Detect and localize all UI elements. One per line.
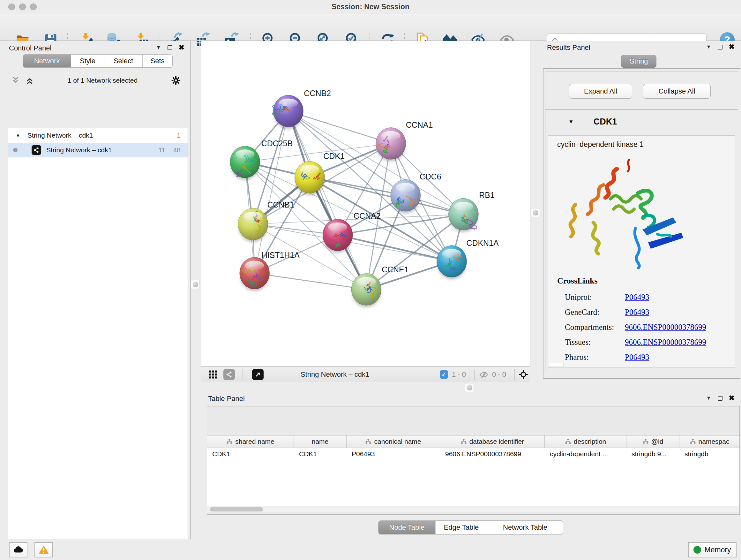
results-hscrollbar-thumb[interactable] — [549, 363, 563, 367]
grid-view-icon[interactable] — [208, 369, 218, 380]
expand-all-button[interactable]: Expand All — [569, 84, 632, 99]
column-header-name[interactable]: name — [294, 435, 347, 448]
cell-shared-name[interactable]: CDK1 — [207, 448, 294, 460]
tab-string[interactable]: String — [621, 55, 657, 68]
node-label-CDKN1A: CDKN1A — [466, 239, 499, 247]
node-label-CCNB2: CCNB2 — [304, 89, 331, 98]
crosslink-row: Tissues: 9606.ENSP00000378699 — [565, 334, 731, 350]
tab-style[interactable]: Style — [71, 55, 104, 67]
warning-button[interactable] — [35, 542, 53, 557]
table-row[interactable]: CDK1 CDK1 P06493 9606.ENSP00000378699 cy… — [207, 448, 739, 460]
table-hscrollbar[interactable] — [207, 506, 739, 512]
table-hscrollbar-thumb[interactable] — [210, 507, 263, 511]
node-label-CCNA2: CCNA2 — [354, 211, 381, 220]
column-header-description[interactable]: description — [545, 435, 626, 448]
protein-structure-image — [562, 154, 690, 272]
network-node-CDC25B[interactable]: CDC25B — [230, 139, 293, 180]
string-results-container: Expand All Collapse All ▼ CDK1 cyclin–de… — [543, 68, 740, 379]
network-row-selected[interactable]: String Network – cdk1 11 48 — [8, 143, 188, 158]
crosslink-label: Pharos: — [565, 353, 625, 362]
cell-database-identifier[interactable]: 9606.ENSP00000378699 — [440, 448, 545, 460]
network-node-RB1[interactable]: RB1 — [448, 191, 494, 232]
results-panel-float-icon[interactable] — [718, 45, 723, 50]
cell-name[interactable]: CDK1 — [294, 448, 347, 460]
tab-edge-table[interactable]: Edge Table — [435, 521, 487, 534]
column-header-shared-name[interactable]: shared name — [207, 435, 294, 448]
gene-section-header[interactable]: ▼ CDK1 — [545, 110, 738, 134]
network-label: String Network – cdk1 — [46, 146, 112, 154]
network-edge-CCNE1-HIST1H1A[interactable] — [255, 273, 366, 290]
table-panel-close-icon[interactable]: ✖ — [729, 395, 735, 401]
table-panel-menu-icon[interactable]: ▼ — [706, 395, 711, 401]
cell-namespace[interactable]: stringdb — [679, 448, 739, 460]
tab-network[interactable]: Network — [23, 55, 71, 67]
network-options-gear-icon[interactable] — [171, 75, 181, 85]
table-tabs: Node Table Edge Table Network Table — [378, 520, 563, 535]
tab-sets[interactable]: Sets — [142, 55, 172, 67]
tab-network-table[interactable]: Network Table — [487, 521, 563, 534]
crosslink-value-link[interactable]: P06493 — [625, 293, 649, 302]
network-edge-CDK1-RB1[interactable] — [310, 177, 463, 214]
memory-button[interactable]: Memory — [688, 542, 737, 557]
network-node-CCNE1[interactable]: CCNE1 — [351, 265, 408, 307]
network-type-share-icon — [31, 145, 41, 155]
collapse-all-chevron-icon[interactable] — [25, 76, 35, 85]
network-collection-row[interactable]: ▼ String Network – cdk1 1 — [8, 128, 188, 143]
table-header-row: shared name name canonical name database… — [207, 435, 739, 448]
crosshair-icon[interactable] — [518, 369, 529, 380]
cell-description[interactable]: cyclin-dependent ... — [545, 448, 626, 460]
crosslink-value-link[interactable]: P06493 — [625, 353, 649, 362]
column-header-database-identifier[interactable]: database identifier — [440, 435, 545, 448]
window-title: Session: New Session — [0, 3, 741, 11]
tab-select[interactable]: Select — [104, 55, 142, 67]
network-edge-CCNA2-CDKN1A[interactable] — [338, 235, 452, 261]
expand-all-chevron-icon[interactable] — [11, 76, 20, 85]
results-actions-box: Expand All Collapse All — [545, 71, 738, 107]
network-edge-CCNE1-CCNB2[interactable] — [288, 111, 366, 290]
collection-count: 1 — [177, 132, 181, 139]
crosslink-row: Uniprot: P06493 — [565, 290, 731, 305]
cell-id[interactable]: stringdb:9... — [626, 448, 679, 460]
node-label-CDK1: CDK1 — [323, 152, 345, 161]
right-splitter-handle[interactable] — [531, 208, 540, 217]
control-panel-menu-icon[interactable]: ▼ — [156, 45, 161, 50]
column-header-canonical-name[interactable]: canonical name — [347, 435, 440, 448]
network-node-CCNB1[interactable]: CCNB1 — [238, 200, 294, 242]
network-canvas[interactable]: CCNB2CCNA1CDC25BCDK1CDC6RB1CCNB1CCNA2CDK… — [201, 41, 530, 366]
control-panel-close-icon[interactable]: ✖ — [179, 44, 185, 51]
selected-checkbox[interactable]: ✓ — [440, 369, 448, 380]
cell-canonical-name[interactable]: P06493 — [347, 448, 440, 460]
control-panel-float-icon[interactable] — [167, 45, 172, 50]
navigator-icon[interactable] — [252, 369, 264, 380]
node-label-CCNE1: CCNE1 — [382, 265, 409, 274]
hidden-counts: 0 - 0 — [492, 369, 506, 380]
share-view-icon[interactable] — [223, 369, 235, 380]
bottom-splitter-handle[interactable] — [465, 383, 474, 392]
column-header-id[interactable]: @id — [626, 435, 679, 448]
network-node-CDK1[interactable]: CDK1 — [294, 152, 344, 195]
network-node-HIST1H1A[interactable]: HIST1H1A — [240, 251, 300, 291]
network-list-header: 1 of 1 Network selected — [0, 74, 191, 87]
tab-node-table[interactable]: Node Table — [379, 521, 435, 534]
network-node-CDKN1A[interactable]: CDKN1A — [437, 239, 499, 279]
crosslink-value-link[interactable]: 9606.ENSP00000378699 — [625, 338, 706, 347]
network-edge-CCNB2-CCNA1[interactable] — [288, 111, 391, 144]
collection-expand-icon[interactable]: ▼ — [16, 133, 20, 138]
results-panel-menu-icon[interactable]: ▼ — [706, 44, 711, 50]
collapse-all-button[interactable]: Collapse All — [643, 84, 711, 99]
control-panel-tabs: Network Style Select Sets — [23, 54, 173, 68]
left-splitter-handle[interactable] — [191, 280, 200, 289]
network-tree: ▼ String Network – cdk1 1 String Network… — [8, 128, 188, 560]
gene-expand-icon[interactable]: ▼ — [568, 119, 574, 125]
toolbar-separator — [474, 369, 475, 380]
cloud-button[interactable] — [9, 542, 27, 557]
network-node-CCNA1[interactable]: CCNA1 — [376, 120, 433, 161]
crosslink-value-link[interactable]: 9606.ENSP00000378699 — [625, 323, 706, 332]
gene-section: ▼ CDK1 cyclin–dependent kinase 1 — [545, 110, 738, 370]
crosslink-value-link[interactable]: P06493 — [625, 308, 649, 317]
column-header-namespace[interactable]: namespac — [679, 435, 739, 448]
hidden-eye-slash-icon[interactable] — [479, 369, 488, 380]
results-panel-close-icon[interactable]: ✖ — [729, 44, 735, 51]
table-panel-float-icon[interactable] — [718, 396, 723, 401]
toolbar-separator — [515, 369, 515, 380]
